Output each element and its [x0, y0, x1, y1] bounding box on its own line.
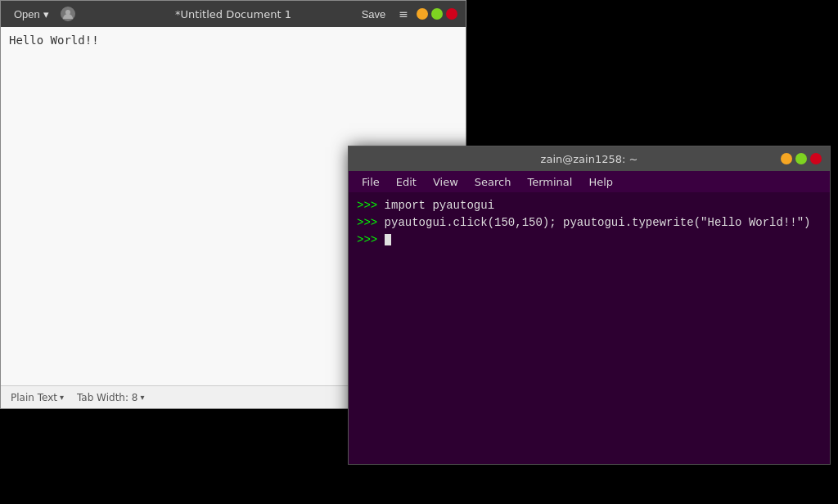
terminal-cursor: [385, 234, 391, 245]
terminal-line-1: >>> import pyautogui: [357, 197, 822, 214]
editor-wm-buttons: [417, 8, 457, 20]
terminal-wm-buttons: [781, 153, 822, 164]
terminal-menu-search[interactable]: Search: [468, 174, 518, 190]
command-2: pyautogui.click(150,150); pyautogui.type…: [385, 216, 811, 229]
avatar-icon: [61, 7, 75, 21]
editor-text: Hello World!!: [9, 34, 99, 47]
prompt-1: >>>: [357, 199, 385, 212]
prompt-3: >>>: [357, 233, 385, 246]
editor-title: *Untitled Document 1: [175, 8, 291, 20]
terminal-menu-file[interactable]: File: [355, 174, 386, 190]
editor-titlebar-left: Open ▾: [9, 7, 75, 22]
terminal-menubar: File Edit View Search Terminal Help: [349, 171, 830, 192]
terminal-content[interactable]: >>> import pyautogui >>> pyautogui.click…: [349, 192, 830, 464]
terminal-window: zain@zain1258: ~ File Edit View Search T…: [348, 146, 831, 465]
person-icon: [62, 8, 74, 20]
terminal-titlebar: zain@zain1258: ~: [349, 146, 830, 171]
hamburger-icon[interactable]: ≡: [399, 7, 408, 20]
terminal-menu-terminal[interactable]: Terminal: [520, 174, 579, 190]
language-selector[interactable]: Plain Text ▾: [11, 392, 64, 403]
terminal-minimize-button[interactable]: [781, 153, 792, 164]
prompt-2: >>>: [357, 216, 385, 229]
close-button[interactable]: [446, 8, 457, 20]
command-1: import pyautogui: [385, 199, 494, 212]
open-button[interactable]: Open ▾: [9, 7, 54, 22]
maximize-button[interactable]: [431, 8, 443, 20]
terminal-menu-view[interactable]: View: [426, 174, 465, 190]
terminal-line-3: >>>: [357, 232, 822, 249]
terminal-menu-edit[interactable]: Edit: [390, 174, 423, 190]
language-label: Plain Text: [11, 392, 57, 403]
tab-width-selector[interactable]: Tab Width: 8 ▾: [77, 392, 145, 403]
terminal-close-button[interactable]: [810, 153, 822, 164]
editor-titlebar: Open ▾ *Untitled Document 1 Save ≡: [1, 1, 466, 27]
terminal-line-2: >>> pyautogui.click(150,150); pyautogui.…: [357, 214, 822, 232]
save-button[interactable]: Save: [357, 7, 391, 22]
open-label: Open: [14, 8, 40, 20]
terminal-title: zain@zain1258: ~: [541, 153, 638, 165]
language-dropdown-icon: ▾: [60, 393, 64, 402]
open-dropdown-icon: ▾: [43, 8, 49, 20]
terminal-menu-help[interactable]: Help: [582, 174, 619, 190]
tab-width-label: Tab Width: 8: [77, 392, 137, 403]
minimize-button[interactable]: [417, 8, 428, 20]
tab-width-dropdown-icon: ▾: [140, 393, 144, 402]
editor-titlebar-right: Save ≡: [357, 7, 457, 22]
terminal-maximize-button[interactable]: [795, 153, 807, 164]
